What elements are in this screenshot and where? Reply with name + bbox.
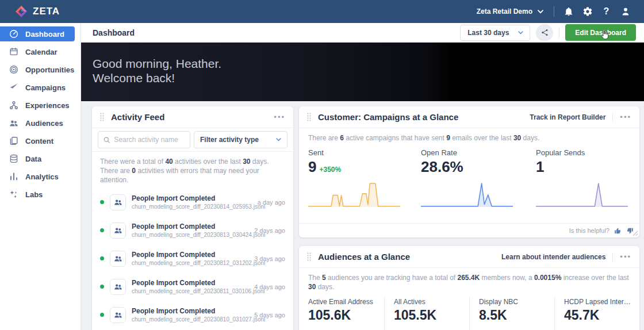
date-range-select[interactable]: Last 30 days: [460, 25, 530, 41]
sidebar-item-label: Calendar: [25, 48, 57, 56]
audience-metric: All Actives 105.5K: [384, 297, 469, 330]
sidebar-item-label: Labs: [25, 190, 43, 199]
greeting-banner: Good morning, Heather. Welcome back!: [81, 43, 644, 101]
user-menu-button[interactable]: [616, 0, 635, 23]
sidebar-item-data[interactable]: Data: [0, 151, 75, 166]
activity-file: churn_modeling_score_diff_20230813_03042…: [132, 231, 250, 239]
zeta-logo[interactable]: ZETA: [15, 5, 60, 18]
drag-handle-icon[interactable]: [307, 113, 311, 121]
helpful-footer: Is this helpful?: [299, 223, 639, 237]
popular-sends-sparkline: [536, 182, 628, 207]
page-title: Dashboard: [93, 28, 135, 37]
notifications-button[interactable]: [559, 0, 578, 23]
share-icon: [540, 28, 549, 37]
sidebar-item-labs[interactable]: Labs: [0, 187, 75, 202]
settings-button[interactable]: [578, 0, 597, 23]
card-menu-button[interactable]: •••: [620, 254, 631, 260]
status-dot: [100, 228, 104, 232]
sidebar-item-content[interactable]: Content: [0, 133, 75, 148]
card-menu-button[interactable]: •••: [620, 114, 631, 120]
activity-file: churn_modeling_score_diff_20230814_02595…: [132, 203, 253, 210]
sidebar-item-campaigns[interactable]: Campaigns: [0, 80, 75, 95]
status-dot: [100, 285, 104, 289]
card-title: Customer: Campaigns at a Glance: [318, 112, 458, 122]
bell-icon: [564, 6, 574, 17]
activity-time: 5 days ago: [250, 312, 285, 319]
metric-value: 45.7K: [564, 308, 631, 323]
sidebar-item-opportunities[interactable]: Opportunities: [0, 62, 75, 77]
activity-title: People Import Completed: [132, 307, 250, 316]
metric-value: 9: [308, 158, 316, 175]
sidebar-item-label: Data: [25, 155, 41, 163]
activity-list-item[interactable]: People Import Completedchurn_modeling_sc…: [92, 273, 293, 301]
sidebar-item-calendar[interactable]: Calendar: [0, 44, 75, 59]
pages-icon: [9, 136, 18, 145]
thumbs-up-button[interactable]: [614, 227, 622, 235]
activity-search[interactable]: [98, 131, 190, 148]
gear-icon: [582, 6, 593, 17]
activity-title: People Import Completed: [132, 194, 253, 203]
help-icon: ?: [604, 6, 610, 17]
people-import-icon: [110, 194, 126, 210]
sidebar-item-label: Analytics: [25, 172, 59, 181]
sidebar-item-audiences[interactable]: Audiences: [0, 116, 75, 131]
metric-value: 105.6K: [308, 308, 376, 323]
edit-dashboard-button[interactable]: Edit Dashboard: [565, 24, 636, 41]
people-import-icon: [110, 279, 126, 295]
flow-tree-icon: [9, 101, 18, 110]
open-rate-sparkline: [421, 182, 513, 207]
search-input[interactable]: [114, 136, 185, 144]
metric-open-rate: Open Rate 28.6%: [421, 148, 536, 207]
sidebar-item-label: Experiences: [25, 101, 70, 110]
target-icon: [9, 65, 18, 74]
people-import-icon: [110, 251, 126, 267]
sidebar-item-analytics[interactable]: Analytics: [0, 169, 75, 184]
chevron-down-icon: [276, 138, 281, 141]
account-switcher[interactable]: Zeta Retail Demo: [477, 7, 543, 16]
page-header: Dashboard Last 30 days Edit Dashboard: [81, 23, 644, 43]
activity-file: churn_modeling_score_diff_20230812_03120…: [132, 259, 250, 267]
activity-list-item[interactable]: People Import Completedchurn_modeling_sc…: [92, 301, 293, 329]
helpful-question: Is this helpful?: [569, 227, 610, 234]
sidebar-item-label: Campaigns: [25, 83, 66, 92]
thumbs-up-icon: [614, 227, 622, 235]
share-button[interactable]: [536, 24, 553, 41]
track-report-builder-link[interactable]: Track in Report Builder: [530, 113, 605, 121]
status-dot: [100, 200, 104, 204]
account-label: Zeta Retail Demo: [477, 7, 532, 16]
drag-handle-icon[interactable]: [100, 113, 104, 121]
zeta-diamond-icon: [15, 5, 28, 18]
sidebar-item-dashboard[interactable]: Dashboard: [0, 26, 75, 41]
metric-label: Popular Sends: [536, 148, 630, 157]
sidebar-item-label: Content: [25, 137, 53, 145]
activity-list-item[interactable]: People Import Completedchurn_modeling_sc…: [92, 188, 293, 216]
activity-type-filter[interactable]: Filter activity type: [194, 131, 288, 148]
drag-handle-icon[interactable]: [307, 252, 311, 261]
card-menu-button[interactable]: •••: [274, 114, 285, 120]
calendar-icon: [9, 47, 18, 56]
people-icon: [9, 118, 18, 128]
sidebar-item-experiences[interactable]: Experiences: [0, 98, 75, 113]
greeting-line1: Good morning, Heather.: [93, 56, 644, 71]
intender-audiences-link[interactable]: Learn about intender audiences: [501, 253, 605, 261]
activity-list-item[interactable]: People Import Completedchurn_modeling_sc…: [92, 244, 293, 273]
audience-metrics: Active Email Address 105.6K All Actives …: [299, 296, 639, 330]
metric-popular-sends: Popular Sends 1: [536, 148, 630, 207]
resize-handle[interactable]: [632, 230, 638, 236]
user-icon: [620, 6, 631, 17]
activity-list-item[interactable]: People Import Completedchurn_modeling_sc…: [92, 216, 293, 244]
date-range-value: Last 30 days: [467, 29, 509, 37]
help-button[interactable]: ?: [597, 0, 616, 23]
activity-list: People Import Completedchurn_modeling_sc…: [92, 187, 293, 329]
metric-label: Active Email Address: [308, 298, 376, 306]
activity-time: 3 days ago: [250, 255, 285, 262]
campaigns-summary: There are 6 active campaigns that have s…: [299, 128, 639, 146]
database-icon: [9, 154, 18, 163]
sparkles-icon: [9, 190, 18, 199]
metric-label: HCDP Lapsed Interest Me...: [564, 298, 631, 306]
card-title: Activity Feed: [111, 112, 164, 122]
status-dot: [100, 313, 104, 317]
metric-value: 28.6%: [421, 158, 463, 175]
metric-delta: +350%: [319, 166, 341, 174]
activity-summary: There were a total of 40 activities over…: [92, 152, 293, 187]
